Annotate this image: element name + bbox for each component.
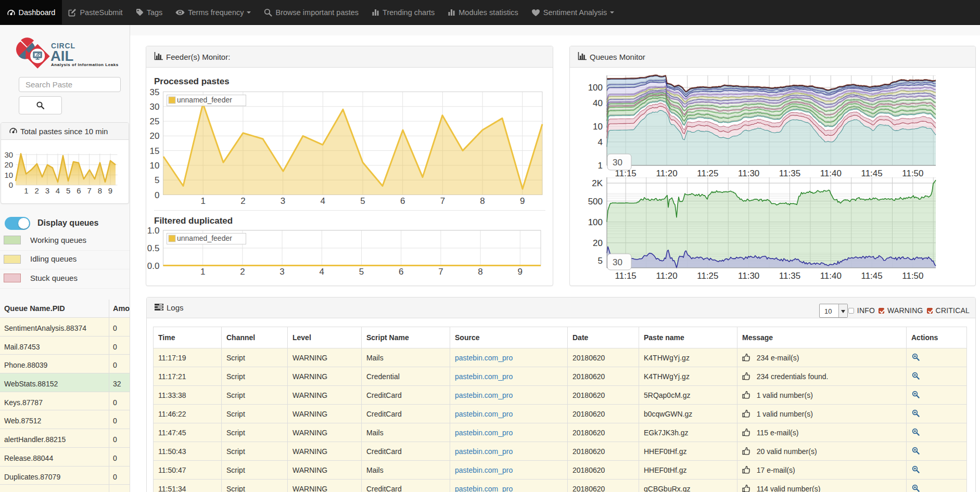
svg-text:2: 2 bbox=[34, 186, 39, 195]
svg-text:0: 0 bbox=[9, 180, 13, 189]
svg-text:5: 5 bbox=[66, 186, 70, 195]
svg-text:20: 20 bbox=[5, 160, 14, 169]
svg-text:10: 10 bbox=[5, 171, 14, 179]
svg-text:6: 6 bbox=[77, 186, 81, 195]
svg-text:7: 7 bbox=[87, 186, 91, 195]
svg-text:9: 9 bbox=[108, 186, 112, 195]
svg-text:1: 1 bbox=[24, 186, 28, 195]
svg-text:3: 3 bbox=[45, 186, 49, 195]
svg-text:8: 8 bbox=[98, 186, 102, 195]
svg-text:30: 30 bbox=[5, 150, 14, 159]
svg-text:4: 4 bbox=[56, 186, 60, 195]
